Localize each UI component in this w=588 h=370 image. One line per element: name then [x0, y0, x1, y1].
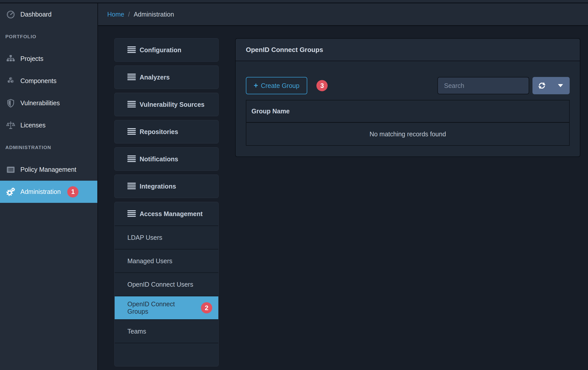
menu-item-teams[interactable]: Teams: [115, 319, 218, 343]
table-controls: [532, 77, 570, 94]
sidebar-item-dashboard[interactable]: Dashboard: [0, 3, 97, 25]
tachometer-icon: [5, 9, 16, 20]
shield-icon: [5, 98, 16, 109]
menu-item-label: OpenID Connect Users: [127, 281, 193, 288]
menu-item-openid-connect-users[interactable]: OpenID Connect Users: [115, 272, 218, 296]
list-icon: [127, 101, 136, 108]
panel-header: OpenID Connect Groups: [236, 39, 580, 61]
menu-item-analyzers[interactable]: Analyzers: [114, 65, 219, 89]
menu-item-repositories[interactable]: Repositories: [114, 120, 219, 143]
sidebar-item-label: Vulnerabilities: [20, 99, 60, 107]
table-header-group-name[interactable]: Group Name: [246, 100, 569, 123]
menu-item-managed-users[interactable]: Managed Users: [115, 249, 218, 272]
sidebar-section-portfolio: PORTFOLIO: [0, 25, 97, 48]
sitemap-icon: [5, 53, 16, 64]
top-navbar: [0, 0, 588, 3]
admin-menu: Configuration Analyzers Vulnerability So…: [114, 38, 219, 366]
notification-badge: 1: [67, 186, 78, 197]
column-header-label: Group Name: [251, 108, 290, 115]
breadcrumb-current: Administration: [134, 11, 174, 18]
admin-content: Configuration Analyzers Vulnerability So…: [98, 26, 588, 370]
groups-table: Group Name No matching records found: [246, 100, 570, 146]
panel-title: OpenID Connect Groups: [246, 46, 323, 54]
breadcrumb: Home / Administration: [98, 3, 588, 26]
menu-item-label: Teams: [127, 328, 146, 335]
menu-item-vulnerability-sources[interactable]: Vulnerability Sources: [114, 93, 219, 116]
panel-body: + Create Group 3: [236, 61, 580, 156]
menu-item-label: Notifications: [140, 155, 178, 163]
menu-item-notifications[interactable]: Notifications: [114, 147, 219, 171]
create-group-button[interactable]: + Create Group: [246, 77, 307, 94]
menu-item-configuration[interactable]: Configuration: [114, 38, 219, 62]
caret-down-icon: [558, 84, 563, 87]
menu-item-label: Access Management: [140, 210, 203, 217]
sidebar-item-label: Administration: [20, 188, 61, 195]
panel-toolbar: + Create Group 3: [246, 77, 570, 94]
list-icon: [127, 46, 136, 53]
sidebar-item-administration[interactable]: Administration 1: [0, 181, 97, 203]
menu-item-label: Repositories: [140, 128, 178, 135]
menu-item-openid-connect-groups[interactable]: OpenID Connect Groups 2: [115, 296, 218, 319]
sidebar-item-label: Dashboard: [20, 11, 51, 18]
menu-item-ldap-users[interactable]: LDAP Users: [115, 226, 218, 249]
menu-item-label: Managed Users: [127, 257, 172, 265]
balance-scale-icon: [5, 120, 16, 131]
menu-group-access-management: Access Management LDAP Users Managed Use…: [114, 202, 219, 366]
search-input[interactable]: [437, 77, 529, 94]
notification-badge: 3: [316, 80, 328, 91]
list-icon: [127, 74, 136, 80]
plus-icon: +: [254, 82, 258, 89]
sidebar-section-administration: ADMINISTRATION: [0, 136, 97, 158]
menu-item-label: LDAP Users: [127, 234, 162, 241]
sidebar-item-components[interactable]: Components: [0, 70, 97, 92]
list-icon: [127, 183, 136, 189]
menu-item-partial[interactable]: [115, 343, 218, 366]
breadcrumb-separator: /: [128, 11, 130, 18]
refresh-button[interactable]: [532, 77, 551, 94]
refresh-icon: [538, 81, 546, 90]
create-group-label: Create Group: [261, 82, 299, 89]
sidebar-item-projects[interactable]: Projects: [0, 48, 97, 70]
menu-item-label: Integrations: [140, 183, 176, 190]
sidebar-item-label: Licenses: [20, 122, 46, 129]
menu-item-label: Analyzers: [140, 74, 170, 81]
columns-dropdown-toggle[interactable]: [551, 77, 570, 94]
table-empty-row: No matching records found: [246, 123, 569, 145]
menu-item-label: Configuration: [140, 46, 181, 54]
main-area: Home / Administration Configuration Anal…: [98, 3, 588, 370]
sidebar-item-label: Policy Management: [20, 166, 76, 173]
cogs-icon: [5, 186, 16, 197]
notification-badge: 2: [201, 302, 212, 313]
menu-item-label: Vulnerability Sources: [140, 101, 205, 108]
menu-item-label: OpenID Connect Groups: [127, 300, 197, 315]
list-alt-icon: [5, 164, 16, 175]
list-icon: [127, 210, 136, 217]
sidebar-item-label: Projects: [20, 55, 43, 62]
list-icon: [127, 155, 136, 162]
cubes-icon: [5, 75, 16, 87]
sidebar-item-licenses[interactable]: Licenses: [0, 114, 97, 136]
sidebar-item-vulnerabilities[interactable]: Vulnerabilities: [0, 92, 97, 114]
menu-item-integrations[interactable]: Integrations: [114, 175, 219, 198]
empty-message: No matching records found: [369, 130, 446, 138]
breadcrumb-home-link[interactable]: Home: [107, 11, 124, 18]
sidebar-item-policy-management[interactable]: Policy Management: [0, 158, 97, 181]
app-window: Dashboard PORTFOLIO Projects: [0, 0, 588, 370]
list-icon: [127, 128, 136, 135]
sidebar: Dashboard PORTFOLIO Projects: [0, 3, 98, 370]
panel-openid-connect-groups: OpenID Connect Groups + Create Group 3: [235, 38, 580, 157]
menu-item-access-management[interactable]: Access Management: [115, 202, 218, 226]
sidebar-item-label: Components: [20, 77, 57, 85]
